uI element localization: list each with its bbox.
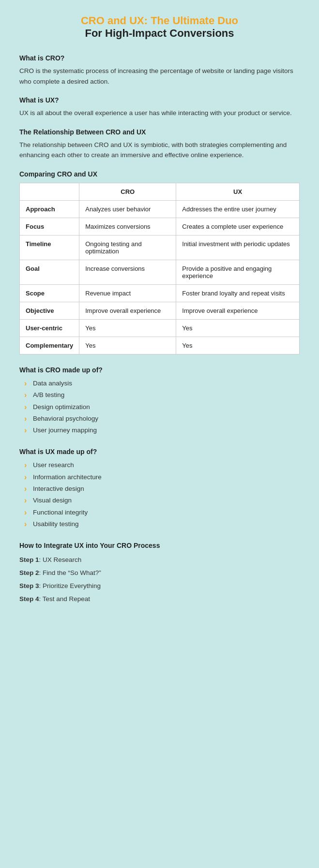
table-cell-ux: Initial investment with periodic updates (176, 235, 300, 260)
what-is-cro-text: CRO is the systematic process of increas… (19, 66, 300, 87)
table-col-ux: UX (176, 183, 300, 200)
cro-made-of-list: Data analysisA/B testingDesign optimizat… (19, 378, 300, 436)
header-line2: For High-Impact Conversions (19, 27, 300, 40)
step-bold-label: Step 2 (19, 569, 39, 576)
steps-container: Step 1: UX ResearchStep 2: Find the “So … (19, 553, 300, 605)
table-cell-ux: Creates a complete user experience (176, 218, 300, 235)
table-cell-label: Approach (20, 200, 79, 218)
comparing-section: Comparing CRO and UX CRO UX ApproachAnal… (19, 170, 300, 354)
relationship-text: The relationship between CRO and UX is s… (19, 140, 300, 161)
table-cell-label: Complementary (20, 337, 79, 354)
list-item: Functional integrity (24, 507, 300, 518)
header-line1: CRO and UX: The Ultimate Duo (19, 15, 300, 27)
list-item: Visual design (24, 495, 300, 506)
integrate-heading: How to Integrate UX into Your CRO Proces… (19, 542, 300, 549)
list-item: User journey mapping (24, 425, 300, 436)
what-is-ux-text: UX is all about the overall experience a… (19, 108, 300, 118)
list-item: Data analysis (24, 378, 300, 389)
list-item: User research (24, 459, 300, 471)
ux-made-of-heading: What is UX made up of? (19, 448, 300, 456)
table-cell-cro: Improve overall experience (79, 302, 176, 319)
comparison-table: CRO UX ApproachAnalyzes user behaviorAdd… (19, 183, 300, 354)
table-cell-cro: Maximizes conversions (79, 218, 176, 235)
what-is-cro-section: What is CRO? CRO is the systematic proce… (19, 54, 300, 87)
integrate-section: How to Integrate UX into Your CRO Proces… (19, 542, 300, 605)
table-row: ScopeRevenue impactFoster brand loyalty … (20, 284, 300, 302)
table-cell-label: Focus (20, 218, 79, 235)
table-row: User-centricYesYes (20, 319, 300, 337)
list-item: Design optimization (24, 401, 300, 413)
step-bold-label: Step 1 (19, 556, 39, 563)
table-row: TimelineOngoing testing and optimization… (20, 235, 300, 260)
what-is-cro-heading: What is CRO? (19, 54, 300, 62)
table-cell-ux: Yes (176, 319, 300, 337)
step-item: Step 4: Test and Repeat (19, 592, 300, 605)
table-cell-ux: Yes (176, 337, 300, 354)
table-row: GoalIncrease conversionsProvide a positi… (20, 260, 300, 284)
what-is-ux-section: What is UX? UX is all about the overall … (19, 96, 300, 118)
table-cell-label: Timeline (20, 235, 79, 260)
table-cell-ux: Foster brand loyalty and repeat visits (176, 284, 300, 302)
step-bold-label: Step 4 (19, 595, 39, 603)
ux-made-of-section: What is UX made up of? User researchInfo… (19, 448, 300, 530)
table-cell-cro: Revenue impact (79, 284, 176, 302)
list-item: Information architecture (24, 471, 300, 483)
relationship-section: The Relationship Between CRO and UX The … (19, 128, 300, 161)
step-bold-label: Step 3 (19, 582, 39, 589)
step-item: Step 3: Prioritize Everything (19, 579, 300, 592)
table-row: ApproachAnalyzes user behaviorAddresses … (20, 200, 300, 218)
table-cell-label: Scope (20, 284, 79, 302)
table-cell-cro: Ongoing testing and optimization (79, 235, 176, 260)
table-cell-label: Objective (20, 302, 79, 319)
table-cell-ux: Addresses the entire user journey (176, 200, 300, 218)
list-item: Behavioral psychology (24, 413, 300, 425)
what-is-ux-heading: What is UX? (19, 96, 300, 104)
step-item: Step 2: Find the “So What?” (19, 566, 300, 579)
table-col-cro: CRO (79, 183, 176, 200)
table-cell-cro: Increase conversions (79, 260, 176, 284)
list-item: Usability testing (24, 518, 300, 530)
relationship-heading: The Relationship Between CRO and UX (19, 128, 300, 136)
list-item: Interactive design (24, 483, 300, 495)
cro-made-of-section: What is CRO made up of? Data analysisA/B… (19, 366, 300, 436)
table-cell-cro: Analyzes user behavior (79, 200, 176, 218)
table-cell-ux: Provide a positive and engaging experien… (176, 260, 300, 284)
header: CRO and UX: The Ultimate Duo For High-Im… (19, 15, 300, 40)
step-item: Step 1: UX Research (19, 553, 300, 566)
table-cell-cro: Yes (79, 337, 176, 354)
table-row: ComplementaryYesYes (20, 337, 300, 354)
table-cell-ux: Improve overall experience (176, 302, 300, 319)
table-cell-cro: Yes (79, 319, 176, 337)
table-cell-label: Goal (20, 260, 79, 284)
table-row: FocusMaximizes conversionsCreates a comp… (20, 218, 300, 235)
table-col-empty (20, 183, 79, 200)
cro-made-of-heading: What is CRO made up of? (19, 366, 300, 374)
ux-made-of-list: User researchInformation architectureInt… (19, 459, 300, 530)
comparing-heading: Comparing CRO and UX (19, 170, 300, 178)
list-item: A/B testing (24, 389, 300, 401)
table-cell-label: User-centric (20, 319, 79, 337)
table-row: ObjectiveImprove overall experienceImpro… (20, 302, 300, 319)
